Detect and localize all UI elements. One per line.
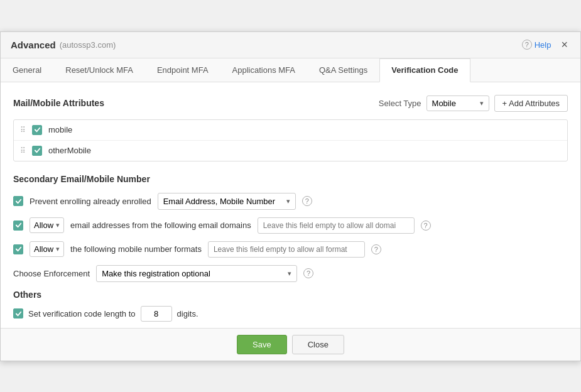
others-title: Others <box>13 290 568 300</box>
titlebar-right: ? Help × <box>522 38 570 52</box>
dialog-title: Advanced <box>11 40 56 50</box>
mail-mobile-header: Mail/Mobile Attributes Select Type Mobil… <box>13 95 568 112</box>
tab-qa-settings[interactable]: Q&A Settings <box>307 58 379 82</box>
table-row: ⠿ mobile <box>14 120 567 141</box>
tab-general[interactable]: General <box>1 58 53 82</box>
chevron-down-icon: ▾ <box>56 221 60 229</box>
tab-endpoint-mfa[interactable]: Endpoint MFA <box>145 58 220 82</box>
mobile-format-checkbox[interactable] <box>13 244 23 254</box>
prevent-enrolling-row: Prevent enrolling already enrolled Email… <box>13 193 568 210</box>
verification-checkbox[interactable] <box>13 308 23 318</box>
prevent-label: Prevent enrolling already enrolled <box>30 197 151 206</box>
save-button[interactable]: Save <box>237 335 287 354</box>
prevent-value: Email Address, Mobile Number <box>163 197 275 206</box>
verification-label-post: digits. <box>177 309 198 318</box>
enforcement-help-icon[interactable]: ? <box>303 268 313 278</box>
mobile-allow-row: Allow ▾ the following mobile number form… <box>13 241 568 258</box>
dialog-footer: Save Close <box>1 328 580 361</box>
select-type-area: Select Type Mobile ▾ + Add Attributes <box>379 95 568 112</box>
enforcement-dropdown[interactable]: Make this registration optional ▾ <box>96 265 297 282</box>
mail-mobile-section: Mail/Mobile Attributes Select Type Mobil… <box>13 95 568 161</box>
close-footer-button[interactable]: Close <box>292 335 344 354</box>
mobile-allow-dropdown[interactable]: Allow ▾ <box>30 241 64 257</box>
chevron-down-icon: ▾ <box>480 99 484 107</box>
drag-handle-icon[interactable]: ⠿ <box>20 126 26 134</box>
prevent-checkbox[interactable] <box>13 196 23 206</box>
select-type-label: Select Type <box>379 99 421 108</box>
email-help-icon[interactable]: ? <box>421 220 431 231</box>
chevron-down-icon: ▾ <box>288 270 291 278</box>
content-area: Mail/Mobile Attributes Select Type Mobil… <box>1 82 580 328</box>
prevent-help-icon[interactable]: ? <box>302 196 312 206</box>
titlebar: Advanced (autossp3.com) ? Help × <box>1 32 580 58</box>
email-domain-label: email addresses from the following email… <box>70 220 251 230</box>
tab-verification-code[interactable]: Verification Code <box>379 58 470 82</box>
secondary-section-title: Secondary Email/Mobile Number <box>13 174 568 184</box>
advanced-dialog: Advanced (autossp3.com) ? Help × General… <box>0 31 581 361</box>
tab-bar: General Reset/Unlock MFA Endpoint MFA Ap… <box>1 58 580 82</box>
tab-reset-unlock-mfa[interactable]: Reset/Unlock MFA <box>53 58 145 82</box>
email-domain-input[interactable] <box>258 217 415 234</box>
tab-applications-mfa[interactable]: Applications MFA <box>220 58 307 82</box>
close-button[interactable]: × <box>558 38 570 52</box>
other-mobile-checkbox[interactable] <box>32 146 42 156</box>
attribute-mobile-label: mobile <box>48 125 72 134</box>
mobile-format-label: the following mobile number formats <box>70 244 202 254</box>
help-circle-icon: ? <box>522 40 532 50</box>
enforcement-row: Choose Enforcement Make this registratio… <box>13 265 568 282</box>
select-type-value: Mobile <box>432 99 456 108</box>
verification-length-input[interactable] <box>141 306 172 322</box>
add-attributes-button[interactable]: + Add Attributes <box>494 95 568 112</box>
email-checkbox[interactable] <box>13 220 23 231</box>
titlebar-left: Advanced (autossp3.com) <box>11 40 116 50</box>
table-row: ⠿ otherMobile <box>14 141 567 161</box>
email-allow-row: Allow ▾ email addresses from the followi… <box>13 217 568 234</box>
attributes-table: ⠿ mobile ⠿ otherMobile <box>13 119 568 161</box>
mobile-allow-label: Allow <box>34 244 53 254</box>
dialog-subtitle: (autossp3.com) <box>60 40 116 50</box>
select-type-dropdown[interactable]: Mobile ▾ <box>426 95 489 111</box>
prevent-dropdown[interactable]: Email Address, Mobile Number ▾ <box>158 193 296 210</box>
drag-handle-icon[interactable]: ⠿ <box>20 146 26 155</box>
verification-code-row: Set verification code length to digits. <box>13 306 568 322</box>
verification-label-pre: Set verification code length to <box>28 309 136 318</box>
mobile-help-icon[interactable]: ? <box>371 244 381 254</box>
enforcement-label: Choose Enforcement <box>13 269 90 278</box>
help-label: Help <box>535 40 551 50</box>
add-attributes-label: + Add Attributes <box>502 99 560 108</box>
help-link[interactable]: ? Help <box>522 40 551 50</box>
email-allow-dropdown[interactable]: Allow ▾ <box>30 217 64 233</box>
chevron-down-icon: ▾ <box>56 245 60 253</box>
attribute-other-mobile-label: otherMobile <box>48 146 91 155</box>
others-section: Others Set verification code length to d… <box>13 290 568 322</box>
secondary-section: Secondary Email/Mobile Number Prevent en… <box>13 174 568 282</box>
chevron-down-icon: ▾ <box>286 197 290 205</box>
email-allow-label: Allow <box>34 220 53 230</box>
mobile-format-input[interactable] <box>208 241 365 258</box>
mobile-checkbox[interactable] <box>32 125 42 135</box>
mail-mobile-title: Mail/Mobile Attributes <box>13 98 104 108</box>
enforcement-value: Make this registration optional <box>102 269 210 278</box>
